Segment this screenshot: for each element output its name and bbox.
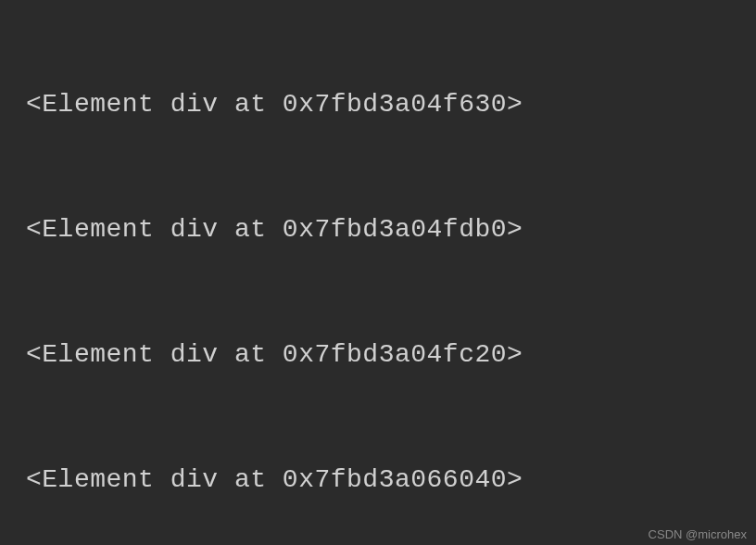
output-line: <Element div at 0x7fbd3a04f630> — [0, 83, 756, 125]
output-line: <Element div at 0x7fbd3a04fdb0> — [0, 209, 756, 250]
output-line: <Element div at 0x7fbd3a066040> — [0, 459, 756, 501]
console-output: <Element div at 0x7fbd3a04f630> <Element… — [0, 0, 756, 545]
output-line: <Element div at 0x7fbd3a04fc20> — [0, 334, 756, 375]
watermark-text: CSDN @microhex — [649, 527, 747, 541]
